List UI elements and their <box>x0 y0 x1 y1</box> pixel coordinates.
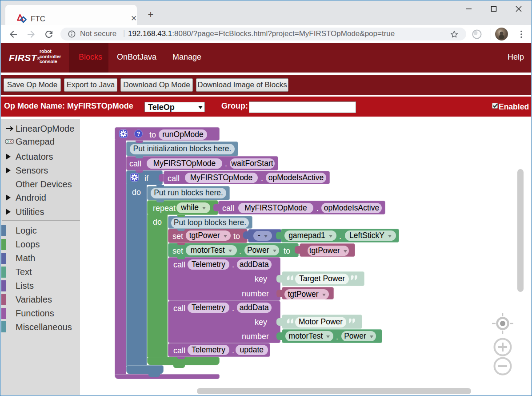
svg-text:?: ? <box>137 130 140 137</box>
